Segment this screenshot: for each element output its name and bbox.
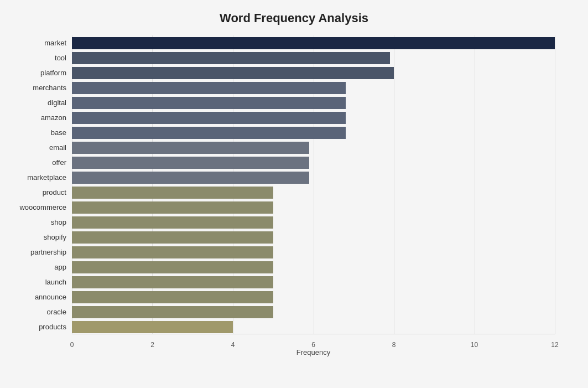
bar-fill <box>72 127 346 139</box>
bar-track <box>72 82 555 94</box>
bar-fill <box>72 97 346 109</box>
bar-row: oracle <box>72 306 555 318</box>
bar-track <box>72 231 555 244</box>
bar-track <box>72 201 555 214</box>
bar-fill <box>72 172 309 184</box>
bar-row: amazon <box>72 112 555 124</box>
bars-wrapper: markettoolplatformmerchantsdigitalamazon… <box>72 35 555 334</box>
bar-fill <box>72 52 390 64</box>
bar-label: oracle <box>11 308 72 316</box>
bar-track <box>72 112 555 124</box>
bar-label: tool <box>11 54 72 62</box>
bar-fill <box>72 187 273 199</box>
bar-row: platform <box>72 67 555 79</box>
x-tick-label: 8 <box>392 341 396 349</box>
x-tick-label: 6 <box>311 341 315 349</box>
bar-track <box>72 142 555 154</box>
bar-label: shopify <box>11 233 72 241</box>
bar-label: marketplace <box>11 173 72 182</box>
bar-label: woocommerce <box>11 203 72 211</box>
chart-area: markettoolplatformmerchantsdigitalamazon… <box>72 35 555 356</box>
x-tick-label: 12 <box>551 341 558 349</box>
bar-label: merchants <box>11 84 72 92</box>
bar-fill <box>72 246 273 258</box>
bar-label: product <box>11 188 72 196</box>
bar-track <box>72 187 555 199</box>
bar-label: digital <box>11 99 72 107</box>
bar-track <box>72 157 555 169</box>
bar-label: launch <box>11 278 72 286</box>
bar-fill <box>72 67 394 79</box>
bar-row: digital <box>72 97 555 109</box>
bar-label: products <box>11 323 72 331</box>
bar-label: announce <box>11 293 72 301</box>
bar-fill <box>72 261 273 273</box>
bar-label: email <box>11 143 72 152</box>
chart-container: Word Frequency Analysis markettoolplatfo… <box>0 0 588 388</box>
bar-track <box>72 276 555 288</box>
bar-track <box>72 306 555 318</box>
bar-label: market <box>11 39 72 47</box>
bar-row: marketplace <box>72 172 555 184</box>
bar-fill <box>72 201 273 214</box>
bar-row: shopify <box>72 231 555 244</box>
bar-label: base <box>11 128 72 137</box>
bar-row: products <box>72 321 555 333</box>
bar-label: shop <box>11 218 72 226</box>
bar-fill <box>72 82 346 94</box>
bar-label: app <box>11 263 72 271</box>
x-tick-label: 4 <box>231 341 235 349</box>
bar-row: offer <box>72 157 555 169</box>
bar-row: woocommerce <box>72 201 555 214</box>
bar-track <box>72 172 555 184</box>
bar-row: product <box>72 187 555 199</box>
bar-fill <box>72 157 309 169</box>
bar-track <box>72 37 555 49</box>
bar-row: merchants <box>72 82 555 94</box>
x-tick-label: 10 <box>471 341 478 349</box>
bar-label: platform <box>11 69 72 77</box>
grid-line <box>555 35 555 334</box>
bar-row: shop <box>72 216 555 229</box>
bar-fill <box>72 37 555 49</box>
bar-fill <box>72 231 273 244</box>
bar-row: partnership <box>72 246 555 258</box>
bar-fill <box>72 142 309 154</box>
bar-row: tool <box>72 52 555 64</box>
bar-fill <box>72 112 346 124</box>
bar-track <box>72 127 555 139</box>
x-tick-label: 0 <box>70 341 74 349</box>
bar-label: partnership <box>11 248 72 256</box>
x-axis <box>72 334 555 334</box>
bar-fill <box>72 321 233 333</box>
bar-track <box>72 321 555 333</box>
bar-row: email <box>72 142 555 154</box>
bar-track <box>72 246 555 258</box>
bar-row: market <box>72 37 555 49</box>
bar-fill <box>72 306 273 318</box>
bar-row: announce <box>72 291 555 303</box>
bar-track <box>72 67 555 79</box>
bar-fill <box>72 216 273 229</box>
bar-label: offer <box>11 158 72 167</box>
bar-track <box>72 261 555 273</box>
bar-fill <box>72 291 273 303</box>
bar-track <box>72 216 555 229</box>
x-tick-label: 2 <box>150 341 154 349</box>
bar-fill <box>72 276 273 288</box>
bar-row: base <box>72 127 555 139</box>
bar-track <box>72 52 555 64</box>
bar-track <box>72 291 555 303</box>
x-axis-title: Frequency <box>72 348 555 356</box>
chart-title: Word Frequency Analysis <box>33 11 555 25</box>
bar-row: launch <box>72 276 555 288</box>
bar-track <box>72 97 555 109</box>
bar-label: amazon <box>11 113 72 122</box>
bar-row: app <box>72 261 555 273</box>
